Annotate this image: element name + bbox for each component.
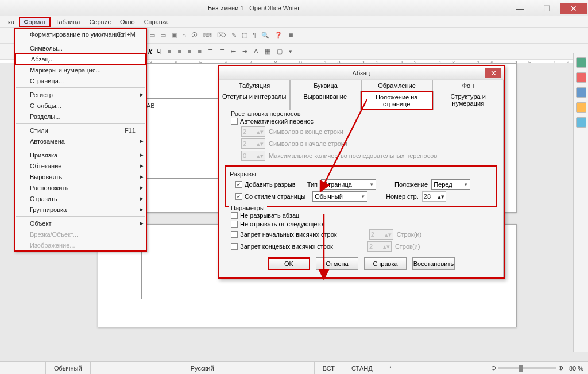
break-type-select[interactable]: Страница▼ (321, 179, 376, 190)
menu-item-8[interactable]: Столбцы... (15, 100, 146, 111)
menu-item-11[interactable]: СтилиF11 (15, 125, 146, 136)
menu-item-2[interactable]: Символы... (15, 43, 146, 53)
maximize-button[interactable]: ☐ (534, 3, 559, 14)
tab-Фон[interactable]: Фон (432, 80, 504, 91)
status-standard: СТАНД (343, 362, 381, 374)
options-legend: Параметры (229, 205, 267, 211)
window-title: Без имени 1 - OpenOffice Writer (0, 5, 508, 11)
help-button[interactable]: Справка (364, 257, 407, 270)
page-style-select[interactable]: Обычный▼ (312, 191, 368, 202)
max-hyphen-spinner: 0▴▾ (241, 151, 265, 161)
dialog-titlebar: Абзац ✕ (219, 66, 504, 80)
dialog-title: Абзац (353, 70, 370, 76)
menu-item-14[interactable]: Привязка▸ (15, 149, 146, 160)
zoom-out-icon[interactable]: ⊝ (491, 364, 496, 372)
statusbar: Обычный Русский ВСТ СТАНД * ⊝ ⊕ 80 % (0, 361, 588, 374)
menu-format[interactable]: Формат (19, 17, 51, 27)
status-mod: * (381, 362, 400, 374)
menu-item-17[interactable]: Расположить▸ (15, 182, 146, 193)
menu-item-19[interactable]: Группировка▸ (15, 204, 146, 215)
cancel-button[interactable]: Отмена (316, 257, 358, 270)
zoom-slider[interactable] (498, 367, 556, 369)
break-position-select[interactable]: Перед▼ (431, 179, 470, 190)
menu-item-23: Изображение... (15, 240, 146, 250)
keep-with-next-checkbox[interactable]: Не отрывать от следующего (231, 221, 323, 228)
menu-item-9[interactable]: Разделы... (15, 111, 146, 122)
dialog-tabs-row1: ТабуляцияБуквицаОбрамлениеФон (219, 80, 504, 91)
with-page-style-checkbox[interactable]: ✓Со стилем страницы (235, 193, 305, 200)
orphan-lines-spinner: 2▴▾ (369, 229, 393, 240)
tab-Положение на странице[interactable]: Положение на странице (361, 91, 433, 110)
ok-button[interactable]: OK (268, 257, 310, 270)
minimize-button[interactable]: — (508, 3, 533, 14)
tab-Отступы и интервалы[interactable]: Отступы и интервалы (219, 91, 290, 110)
status-insert: ВСТ (315, 362, 343, 374)
menu-item-12[interactable]: Автозамена▸ (15, 136, 146, 146)
auto-hyphen-checkbox[interactable]: Автоматический перенос (231, 118, 314, 125)
hyphenation-group: Расстановка переносов Автоматический пер… (225, 115, 497, 161)
options-group: Параметры Не разрывать абзац Не отрывать… (225, 209, 497, 252)
close-button[interactable]: ✕ (560, 3, 587, 14)
sidebar-right (573, 53, 588, 352)
menu-table[interactable]: Таблица (51, 17, 84, 26)
paragraph-dialog: Абзац ✕ ТабуляцияБуквицаОбрамлениеФон От… (218, 65, 505, 279)
dialog-close-button[interactable]: ✕ (485, 68, 501, 78)
status-language: Русский (91, 362, 315, 374)
widow-checkbox[interactable]: Запрет концевых висячих строк (231, 243, 333, 250)
orphan-checkbox[interactable]: Запрет начальных висячих строк (231, 231, 337, 238)
menubar: ка Формат Таблица Сервис Окно Справка (0, 16, 588, 28)
insert-break-checkbox[interactable]: ✓Добавить разрыв (235, 181, 296, 188)
menu-item-22: Врезка/Объект... (15, 229, 146, 240)
menu-tools[interactable]: Сервис (84, 17, 115, 26)
menu-item-21[interactable]: Объект▸ (15, 218, 146, 229)
menu-item-5[interactable]: Страница... (15, 75, 146, 86)
format-dropdown: Форматирование по умолчаниюCtrl+MСимволы… (14, 28, 147, 252)
menu-item-4[interactable]: Маркеры и нумерация... (15, 64, 146, 75)
zoom-in-icon[interactable]: ⊕ (558, 364, 563, 372)
menu-item-7[interactable]: Регистр▸ (15, 89, 146, 100)
window-titlebar: Без имени 1 - OpenOffice Writer — ☐ ✕ (0, 0, 588, 16)
keep-together-checkbox[interactable]: Не разрывать абзац (231, 212, 299, 219)
tab-Табуляция[interactable]: Табуляция (219, 80, 290, 91)
menu-item-15[interactable]: Обтекание▸ (15, 160, 146, 171)
breaks-highlight: Разрывы ✓Добавить разрыв Тип Страница▼ П… (225, 165, 497, 207)
menu-item-0[interactable]: Форматирование по умолчаниюCtrl+M (15, 29, 146, 40)
chars-start-spinner: 2▴▾ (241, 138, 265, 149)
widow-lines-spinner: 2▴▾ (368, 241, 392, 252)
status-style: Обычный (46, 362, 91, 374)
menu-help[interactable]: Справка (140, 17, 173, 26)
menu-item-3[interactable]: Абзац... (15, 53, 146, 65)
page-number-spinner[interactable]: 28▴▾ (422, 191, 446, 202)
menu-window[interactable]: Окно (115, 17, 140, 26)
dialog-tabs-row2: Отступы и интервалыВыравниваниеПоложение… (219, 91, 504, 110)
zoom-value: 80 % (569, 365, 583, 372)
chars-end-spinner: 2▴▾ (241, 126, 265, 137)
menu-item-18[interactable]: Отразить▸ (15, 193, 146, 204)
tab-Структура и нумерация[interactable]: Структура и нумерация (433, 91, 504, 110)
breaks-legend: Разрывы (230, 171, 256, 178)
tab-Буквица[interactable]: Буквица (290, 80, 361, 91)
page-text: АВ (146, 102, 155, 109)
tab-Выравнивание[interactable]: Выравнивание (290, 91, 361, 110)
tab-Обрамление[interactable]: Обрамление (361, 80, 432, 91)
hyphenation-legend: Расстановка переносов (229, 110, 303, 117)
menu-truncated[interactable]: ка (3, 17, 19, 26)
reset-button[interactable]: Восстановить (412, 257, 455, 270)
menu-item-16[interactable]: Выровнять▸ (15, 171, 146, 182)
